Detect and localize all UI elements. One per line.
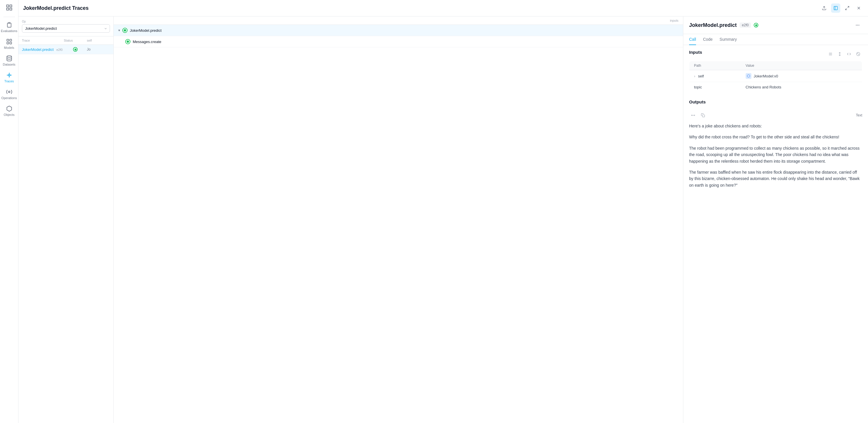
inputs-title: Inputs [689, 50, 702, 55]
svg-line-22 [857, 53, 859, 55]
filter-row: Op JokerModel.predict [19, 17, 114, 36]
sidebar-item-objects[interactable]: Objects [0, 103, 18, 119]
svg-line-10 [847, 6, 849, 8]
inputs-sort-icon[interactable] [836, 50, 844, 58]
header-actions [819, 3, 863, 13]
model-icon [746, 73, 751, 79]
input-path-self: › self [689, 70, 741, 82]
op-label: Op [22, 20, 110, 23]
input-row-topic: topic Chickens and Robots [689, 82, 862, 92]
sidebar-item-traces-label: Traces [4, 80, 14, 83]
trace-row[interactable]: JokerModel.predict e2f0 Jo [19, 45, 114, 54]
sidebar-item-objects-label: Objects [4, 113, 14, 116]
close-button[interactable] [854, 3, 863, 13]
tree-panel: inputs ▾ JokerModel.predict Messages.cre… [114, 17, 683, 423]
trace-name: JokerModel.predict [22, 47, 54, 52]
tree-node-child-label: Messages.create [133, 39, 161, 44]
output-text: Here's a joke about chickens and robots:… [689, 123, 862, 188]
content-area: Op JokerModel.predict Trace Status self … [19, 17, 868, 423]
svg-point-14 [856, 25, 857, 26]
svg-rect-3 [9, 42, 11, 44]
tree-node-root[interactable]: ▾ JokerModel.predict [114, 25, 683, 36]
sidebar-logo [4, 2, 14, 13]
detail-tabs: Call Code Summary [683, 34, 868, 45]
sidebar-item-traces[interactable]: Traces [0, 69, 18, 86]
svg-point-16 [859, 25, 859, 26]
right-header-actions [853, 21, 862, 30]
tree-status-root [122, 28, 128, 33]
col-status: Status [64, 39, 87, 42]
output-type-label: Text [856, 113, 862, 117]
svg-rect-24 [702, 115, 705, 117]
main-container: JokerModel.predict Traces [19, 0, 868, 423]
svg-point-6 [8, 91, 10, 93]
inputs-list-view-icon[interactable] [827, 50, 835, 58]
sidebar-item-models[interactable]: Models [0, 35, 18, 52]
input-value-self: JokerModel:v0 [741, 70, 862, 82]
expand-button[interactable] [843, 3, 852, 13]
top-header: JokerModel.predict Traces [19, 0, 868, 17]
svg-point-5 [8, 74, 10, 76]
sidebar-item-operations[interactable]: Operations [0, 86, 18, 103]
tree-chevron-icon: ▾ [118, 28, 120, 32]
left-panel: Op JokerModel.predict Trace Status self … [19, 17, 114, 423]
output-para-1: Why did the robot cross the road? To get… [689, 134, 862, 140]
right-header: JokerModel.predict e2f0 [683, 17, 868, 34]
sidebar-item-evaluations[interactable]: Evaluations [0, 19, 18, 35]
input-value-topic: Chickens and Robots [741, 82, 862, 92]
svg-line-11 [845, 8, 847, 10]
inputs-table: Path Value › self [689, 61, 862, 92]
tab-code[interactable]: Code [703, 34, 712, 45]
input-row-self: › self [689, 70, 862, 82]
tree-node-child[interactable]: Messages.create [114, 36, 683, 47]
output-para-2: The robot had been programmed to collect… [689, 145, 862, 164]
sidebar-item-evaluations-label: Evaluations [1, 29, 17, 33]
outputs-section: Outputs Text [689, 100, 862, 188]
tree-header-label: inputs [670, 19, 678, 22]
output-para-0: Here's a joke about chickens and robots: [689, 123, 862, 129]
sidebar-item-models-label: Models [4, 46, 14, 49]
upload-button[interactable] [819, 3, 829, 13]
sidebar-item-datasets-label: Datasets [3, 63, 15, 66]
svg-rect-2 [7, 42, 8, 44]
svg-rect-8 [834, 6, 837, 10]
sidebar-item-datasets[interactable]: Datasets [0, 52, 18, 69]
expand-icon-self[interactable]: › [694, 74, 695, 78]
outputs-collapse-icon[interactable] [689, 111, 697, 119]
more-options-button[interactable] [853, 21, 862, 30]
detail-status-icon [754, 23, 758, 27]
outputs-title: Outputs [689, 100, 706, 104]
svg-point-4 [7, 56, 11, 57]
right-title: JokerModel.predict [689, 22, 737, 28]
trace-list: JokerModel.predict e2f0 Jo [19, 45, 114, 423]
outputs-toolbar: Text [689, 111, 862, 119]
right-content: Inputs [683, 45, 868, 423]
tab-summary[interactable]: Summary [720, 34, 737, 45]
inputs-filter-icon[interactable] [854, 50, 862, 58]
tree-status-child [125, 39, 130, 44]
page-title: JokerModel.predict Traces [23, 5, 89, 11]
col-self: self [87, 39, 110, 42]
status-dot-green [73, 47, 78, 52]
sidebar-item-operations-label: Operations [1, 96, 17, 100]
col-trace: Trace [22, 39, 64, 42]
tab-call[interactable]: Call [689, 34, 696, 45]
col-path: Path [689, 61, 741, 70]
outputs-copy-icon[interactable] [699, 111, 707, 119]
op-select[interactable]: JokerModel.predict [22, 24, 110, 33]
input-path-topic: topic [689, 82, 741, 92]
inputs-code-icon[interactable] [845, 50, 853, 58]
detail-trace-id: e2f0 [740, 23, 751, 28]
output-para-3: The farmer was baffled when he saw his e… [689, 169, 862, 188]
sidebar-divider-top [3, 17, 15, 17]
svg-rect-1 [9, 39, 11, 41]
right-panel: JokerModel.predict e2f0 Call Code Summar… [683, 17, 868, 423]
trace-list-header: Trace Status self [19, 36, 114, 45]
tree-node-root-label: JokerModel.predict [130, 28, 162, 33]
trace-row-name: JokerModel.predict e2f0 [22, 47, 64, 52]
inputs-section: Inputs [689, 50, 862, 92]
col-value: Value [741, 61, 862, 70]
panel-toggle-button[interactable] [831, 3, 840, 13]
svg-rect-0 [7, 39, 8, 41]
tree-header: inputs [114, 17, 683, 25]
